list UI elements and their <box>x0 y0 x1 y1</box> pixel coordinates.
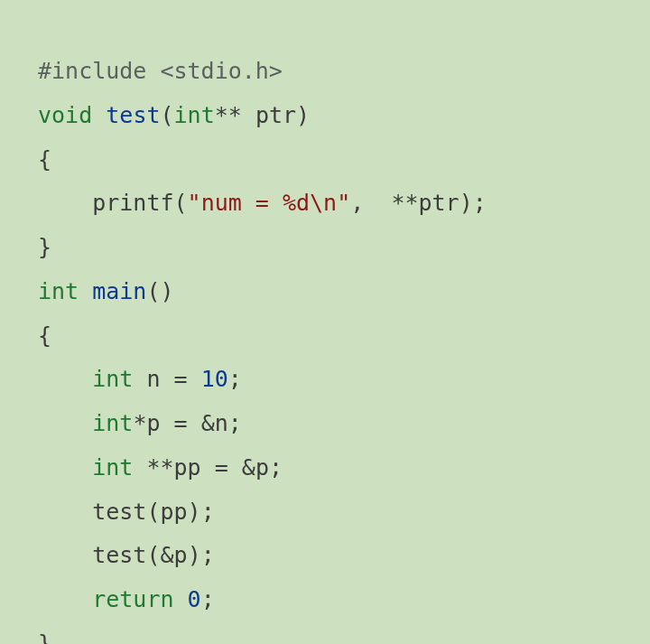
number-literal: 10 <box>201 366 228 392</box>
brace-open: { <box>38 146 51 173</box>
keyword-int: int <box>92 366 133 392</box>
arg-name: pp <box>161 499 188 525</box>
brace-open: { <box>38 322 51 349</box>
space <box>188 366 201 392</box>
rparen: ) <box>296 102 310 128</box>
pointer-star: * <box>133 410 146 436</box>
rparen: ) <box>188 499 201 525</box>
keyword-void: void <box>38 102 92 128</box>
function-name: test <box>106 102 160 128</box>
code-block: #include <stdio.h> void test(int** ptr) … <box>0 23 650 644</box>
indent <box>38 366 92 392</box>
param-name: ptr <box>255 102 296 128</box>
identifier: n <box>146 366 160 392</box>
rparen: ) <box>161 278 174 304</box>
semicolon: ; <box>201 542 215 568</box>
rparen: ) <box>188 542 201 568</box>
keyword-int: int <box>174 102 215 128</box>
equals: = <box>174 410 188 436</box>
indent <box>38 410 92 436</box>
space <box>242 102 255 128</box>
brace-close: } <box>38 630 51 644</box>
keyword-int: int <box>92 454 133 481</box>
space <box>161 410 174 436</box>
indent <box>38 542 92 568</box>
space <box>161 366 174 392</box>
semicolon: ; <box>269 454 283 481</box>
space <box>188 410 201 436</box>
pointer-stars: ** <box>146 454 173 481</box>
keyword-return: return <box>92 586 173 612</box>
brace-close: } <box>38 234 51 260</box>
arg-name: p <box>174 542 188 568</box>
semicolon: ; <box>201 499 215 525</box>
lparen: ( <box>146 278 160 304</box>
identifier: n <box>215 410 228 436</box>
identifier: p <box>146 410 160 436</box>
space <box>133 366 146 392</box>
indent <box>38 499 92 525</box>
call-name: test <box>92 542 146 568</box>
equals: = <box>174 366 188 392</box>
lparen: ( <box>146 499 160 525</box>
address-of: & <box>201 410 215 436</box>
indent <box>38 586 92 612</box>
keyword-int: int <box>38 278 79 304</box>
semicolon: ; <box>473 190 487 216</box>
space <box>79 278 92 304</box>
space <box>92 102 106 128</box>
semicolon: ; <box>228 410 242 436</box>
lparen: ( <box>174 190 188 216</box>
lparen: ( <box>146 542 160 568</box>
deref-stars: ** <box>391 190 418 216</box>
number-literal: 0 <box>188 586 201 612</box>
space <box>174 586 188 612</box>
indent <box>38 454 92 481</box>
space <box>228 454 242 481</box>
semicolon: ; <box>201 586 215 612</box>
call-name: test <box>92 499 146 525</box>
space <box>201 454 215 481</box>
space <box>133 454 146 481</box>
space <box>364 190 391 216</box>
equals: = <box>215 454 228 481</box>
arg-name: ptr <box>419 190 460 216</box>
pointer-stars: ** <box>215 102 242 128</box>
indent <box>38 190 92 216</box>
comma: , <box>350 190 364 216</box>
identifier: pp <box>174 454 201 481</box>
rparen: ) <box>460 190 473 216</box>
identifier: p <box>255 454 269 481</box>
preprocessor-line: #include <stdio.h> <box>38 58 283 84</box>
lparen: ( <box>161 102 174 128</box>
string-literal: "num = %d\n" <box>188 190 351 216</box>
call-name: printf <box>92 190 173 216</box>
keyword-int: int <box>92 410 133 436</box>
semicolon: ; <box>228 366 242 392</box>
address-of: & <box>242 454 255 481</box>
address-of: & <box>161 542 174 568</box>
function-name: main <box>92 278 146 304</box>
